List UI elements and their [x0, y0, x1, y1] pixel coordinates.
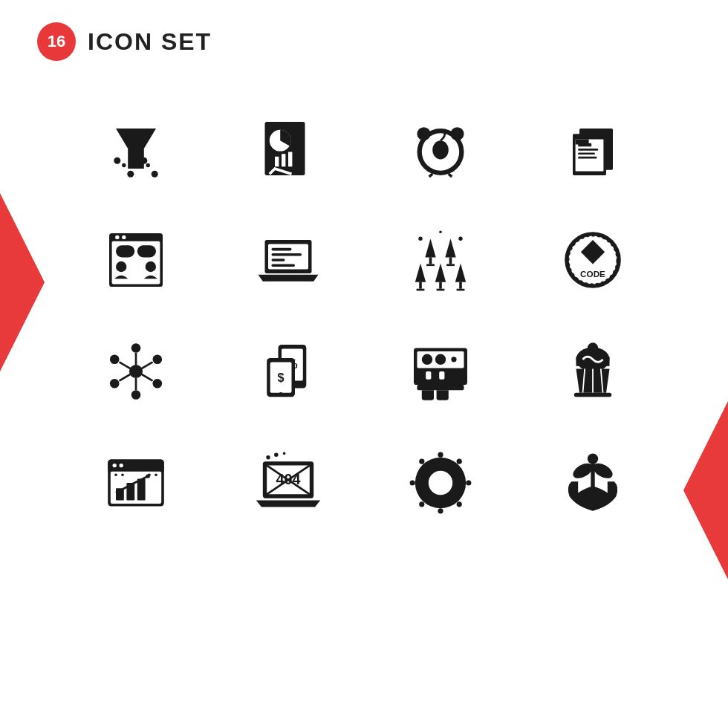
icon-count-badge: 16: [37, 22, 76, 61]
svg-point-130: [419, 459, 424, 464]
icon-cell-code-badge: CODE: [524, 215, 661, 305]
svg-rect-9: [275, 157, 279, 167]
svg-point-34: [145, 261, 155, 272]
svg-rect-32: [137, 245, 155, 257]
svg-point-127: [438, 508, 443, 513]
alarm-clock-icon: [407, 115, 474, 182]
svg-rect-101: [108, 467, 164, 471]
svg-point-86: [421, 354, 432, 365]
mobile-payment-icon: % $: [255, 338, 322, 405]
svg-rect-24: [578, 152, 595, 155]
svg-point-5: [122, 163, 126, 167]
svg-point-104: [119, 464, 123, 467]
laptop-code-icon: [255, 227, 322, 293]
svg-point-58: [439, 230, 442, 233]
svg-rect-48: [459, 282, 462, 289]
svg-point-134: [587, 453, 597, 464]
svg-point-3: [140, 157, 147, 164]
svg-rect-54: [449, 257, 452, 264]
svg-point-109: [114, 473, 117, 476]
icon-cell-analytics: [219, 104, 357, 193]
svg-rect-91: [417, 385, 464, 390]
code-badge-icon: CODE: [559, 227, 626, 293]
icon-cell-champagne: [371, 215, 509, 305]
svg-point-4: [151, 171, 157, 178]
svg-point-119: [274, 453, 278, 457]
svg-point-70: [109, 355, 119, 365]
champagne-glasses-icon: [407, 227, 474, 293]
svg-point-15: [450, 127, 464, 140]
svg-point-126: [456, 501, 461, 507]
badge-number: 16: [48, 32, 65, 51]
svg-marker-0: [116, 129, 156, 169]
svg-line-75: [119, 374, 130, 381]
svg-rect-40: [271, 264, 295, 267]
svg-line-73: [141, 374, 152, 381]
svg-text:$: $: [277, 371, 284, 384]
svg-rect-46: [436, 289, 444, 291]
svg-rect-90: [439, 371, 444, 380]
svg-point-57: [458, 237, 462, 241]
svg-point-88: [451, 357, 456, 362]
svg-marker-44: [435, 264, 445, 282]
svg-point-16: [432, 140, 449, 159]
icons-grid: CODE: [37, 89, 691, 542]
svg-marker-53: [445, 238, 455, 257]
icon-cell-mobile-payment: % $: [219, 327, 357, 416]
svg-point-103: [112, 464, 116, 467]
svg-point-66: [152, 355, 162, 365]
svg-point-30: [122, 235, 126, 239]
error-404-icon: 404: [255, 449, 322, 516]
svg-rect-107: [137, 479, 145, 501]
gdpr-files-icon: [559, 115, 626, 182]
svg-point-6: [146, 163, 149, 167]
svg-point-110: [121, 473, 124, 476]
svg-rect-31: [116, 245, 134, 257]
svg-point-64: [129, 365, 143, 378]
svg-line-18: [448, 174, 452, 177]
svg-point-120: [282, 452, 285, 455]
svg-point-65: [131, 343, 140, 353]
svg-rect-49: [456, 289, 464, 291]
svg-point-67: [152, 379, 162, 389]
svg-point-128: [419, 501, 424, 507]
svg-point-56: [418, 237, 422, 241]
icon-cell-donut: [371, 438, 509, 527]
icon-cell-cupcake: [524, 327, 661, 416]
icon-cell-3d-printer: [67, 104, 204, 193]
plant-hands-icon: [559, 449, 626, 516]
svg-point-124: [456, 459, 461, 464]
svg-point-68: [131, 390, 140, 400]
svg-rect-55: [446, 264, 455, 266]
svg-rect-42: [419, 282, 422, 289]
icon-cell-coffee-machine: [371, 327, 509, 416]
icon-cell-laptop-code: [219, 215, 357, 305]
icon-cell-alarm: [371, 104, 509, 193]
svg-point-69: [109, 379, 119, 389]
svg-point-2: [127, 171, 134, 178]
page-title: ICON SET: [88, 28, 212, 56]
svg-marker-41: [415, 264, 425, 282]
svg-point-118: [266, 455, 270, 459]
svg-rect-10: [282, 154, 285, 166]
svg-point-111: [148, 473, 151, 476]
svg-rect-51: [429, 257, 432, 264]
svg-line-17: [429, 174, 432, 177]
icon-cell-404: 404: [219, 438, 357, 527]
svg-point-112: [155, 473, 157, 476]
svg-rect-23: [578, 149, 598, 151]
svg-point-123: [438, 452, 443, 458]
icon-cell-plant-hands: [524, 438, 661, 527]
svg-point-83: [279, 392, 282, 396]
svg-rect-45: [439, 282, 442, 289]
svg-point-125: [466, 480, 471, 485]
svg-rect-11: [288, 152, 292, 167]
svg-line-72: [141, 362, 152, 368]
donut-icon: [407, 449, 474, 516]
social-chat-icon: [103, 227, 169, 293]
svg-point-129: [409, 480, 415, 485]
svg-rect-98: [573, 393, 611, 397]
web-analytics-icon: [103, 449, 169, 516]
coffee-machine-icon: [407, 338, 474, 405]
svg-point-33: [116, 261, 126, 272]
